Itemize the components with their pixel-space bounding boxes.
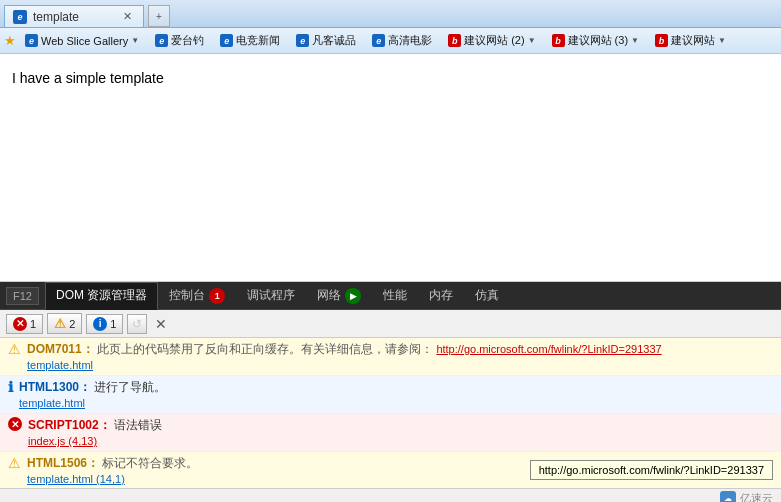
message-code-3: HTML1506：: [27, 456, 99, 470]
ie-favicon-2: e: [220, 34, 233, 47]
status-bar: http://go.microsoft.com/fwlink/?LinkID=2…: [0, 488, 781, 502]
message-file-0[interactable]: template.html: [27, 359, 93, 371]
b-favicon-6: b: [552, 34, 565, 47]
message-link-0[interactable]: http://go.microsoft.com/fwlink/?LinkID=2…: [436, 343, 661, 355]
warning-filter-button[interactable]: ⚠ 2: [47, 313, 82, 334]
favorites-label-5: 建议网站 (2): [464, 33, 525, 48]
favorites-label: Web Slice Gallery: [41, 35, 128, 47]
message-code-2: SCRIPT1002：: [28, 418, 111, 432]
console-toolbar: ✕ 1 ⚠ 2 i 1 ↺ ✕: [0, 310, 781, 338]
tab-performance-label: 性能: [383, 287, 407, 304]
clear-console-button[interactable]: ↺: [127, 314, 147, 334]
message-code-1: HTML1300：: [19, 380, 91, 394]
b-favicon-5: b: [448, 34, 461, 47]
console-message-0: ⚠ DOM7011： 此页上的代码禁用了反向和正向缓存。有关详细信息，请参阅： …: [0, 338, 781, 376]
message-content-0: DOM7011： 此页上的代码禁用了反向和正向缓存。有关详细信息，请参阅： ht…: [27, 341, 773, 372]
console-message-2: ✕ SCRIPT1002： 语法错误 index.js (4,13): [0, 414, 781, 452]
message-text-0: 此页上的代码禁用了反向和正向缓存。有关详细信息，请参阅：: [97, 342, 433, 356]
ie-favicon: e: [25, 34, 38, 47]
info-filter-button[interactable]: i 1: [86, 314, 123, 334]
favorites-label-4: 高清电影: [388, 33, 432, 48]
error-circle-icon-2: ✕: [8, 417, 22, 431]
message-file-2[interactable]: index.js (4,13): [28, 435, 97, 447]
warning-icon: ⚠: [54, 316, 66, 331]
favorites-item-6[interactable]: b 建议网站 (3) ▼: [545, 30, 646, 51]
message-text-3: 标记不符合要求。: [102, 456, 198, 470]
b-favicon-7: b: [655, 34, 668, 47]
dropdown-arrow-icon-5[interactable]: ▼: [528, 36, 536, 45]
warning-count: 2: [69, 318, 75, 330]
title-bar: e template ✕ +: [0, 0, 781, 28]
favorites-label-3: 凡客诚品: [312, 33, 356, 48]
refresh-icon: ↺: [132, 317, 142, 331]
watermark-icon: ☁: [720, 491, 736, 503]
ie-favicon-4: e: [372, 34, 385, 47]
message-text-2: 语法错误: [114, 418, 162, 432]
tab-close-button[interactable]: ✕: [119, 9, 135, 25]
tab-performance[interactable]: 性能: [372, 282, 418, 310]
favorites-item-2[interactable]: e 电竞新闻: [213, 30, 287, 51]
tab-emulation-label: 仿真: [475, 287, 499, 304]
page-text: I have a simple template: [12, 70, 769, 86]
error-icon: ✕: [13, 317, 27, 331]
browser-tab[interactable]: e template ✕: [4, 5, 144, 27]
ie-favicon-1: e: [155, 34, 168, 47]
watermark: ☁ 亿速云: [720, 491, 773, 503]
tab-dom-manager[interactable]: DOM 资源管理器: [45, 282, 158, 310]
dropdown-arrow-icon-7[interactable]: ▼: [718, 36, 726, 45]
tab-network-label: 网络: [317, 287, 341, 304]
favorites-bar: ★ e Web Slice Gallery ▼ e 爱台钓 e 电竞新闻 e 凡…: [0, 28, 781, 54]
tab-console-label: 控制台: [169, 287, 205, 304]
info-circle-icon-1: ℹ: [8, 379, 13, 395]
dropdown-arrow-icon-6[interactable]: ▼: [631, 36, 639, 45]
tab-network[interactable]: 网络 ▶: [306, 282, 372, 310]
page-content: I have a simple template: [0, 54, 781, 282]
error-count: 1: [30, 318, 36, 330]
message-file-1[interactable]: template.html: [19, 397, 85, 409]
tab-emulation[interactable]: 仿真: [464, 282, 510, 310]
info-count: 1: [110, 318, 116, 330]
url-tooltip: http://go.microsoft.com/fwlink/?LinkID=2…: [530, 460, 773, 480]
favorites-label-1: 爱台钓: [171, 33, 204, 48]
error-filter-button[interactable]: ✕ 1: [6, 314, 43, 334]
tab-memory-label: 内存: [429, 287, 453, 304]
favorites-star-icon[interactable]: ★: [4, 33, 16, 48]
tab-dom-label: DOM 资源管理器: [56, 287, 147, 304]
watermark-text: 亿速云: [740, 491, 773, 502]
close-icon: ✕: [155, 316, 167, 332]
favorites-item-web-slice[interactable]: e Web Slice Gallery ▼: [18, 31, 146, 50]
console-message-1: ℹ HTML1300： 进行了导航。 template.html: [0, 376, 781, 414]
message-code-0: DOM7011：: [27, 342, 94, 356]
warning-triangle-icon-0: ⚠: [8, 341, 21, 357]
message-content-2: SCRIPT1002： 语法错误 index.js (4,13): [28, 417, 773, 448]
message-content-1: HTML1300： 进行了导航。 template.html: [19, 379, 773, 410]
favorites-item-3[interactable]: e 凡客诚品: [289, 30, 363, 51]
devtools-panel: F12 DOM 资源管理器 控制台 1 调试程序 网络 ▶ 性能 内存 仿真 ✕…: [0, 282, 781, 488]
tab-title: template: [33, 10, 79, 24]
dropdown-arrow-icon[interactable]: ▼: [131, 36, 139, 45]
info-icon: i: [93, 317, 107, 331]
close-console-button[interactable]: ✕: [151, 314, 171, 334]
favorites-item-5[interactable]: b 建议网站 (2) ▼: [441, 30, 542, 51]
console-error-badge: 1: [209, 288, 225, 304]
message-text-1: 进行了导航。: [94, 380, 166, 394]
f12-badge: F12: [6, 287, 39, 305]
favorites-item-7[interactable]: b 建议网站 ▼: [648, 30, 733, 51]
warning-triangle-icon-3: ⚠: [8, 455, 21, 471]
favorites-label-7: 建议网站: [671, 33, 715, 48]
tab-debugger[interactable]: 调试程序: [236, 282, 306, 310]
new-tab-button[interactable]: +: [148, 5, 170, 27]
favorites-item-1[interactable]: e 爱台钓: [148, 30, 211, 51]
url-tooltip-text: http://go.microsoft.com/fwlink/?LinkID=2…: [539, 464, 764, 476]
favorites-label-2: 电竞新闻: [236, 33, 280, 48]
ie-favicon-3: e: [296, 34, 309, 47]
tab-debugger-label: 调试程序: [247, 287, 295, 304]
message-file-3[interactable]: template.html (14,1): [27, 473, 125, 485]
favorites-item-4[interactable]: e 高清电影: [365, 30, 439, 51]
tab-console[interactable]: 控制台 1: [158, 282, 236, 310]
network-badge: ▶: [345, 288, 361, 304]
favorites-label-6: 建议网站 (3): [568, 33, 629, 48]
ie-tab-icon: e: [13, 10, 27, 24]
tab-memory[interactable]: 内存: [418, 282, 464, 310]
devtools-toolbar: F12 DOM 资源管理器 控制台 1 调试程序 网络 ▶ 性能 内存 仿真: [0, 282, 781, 310]
